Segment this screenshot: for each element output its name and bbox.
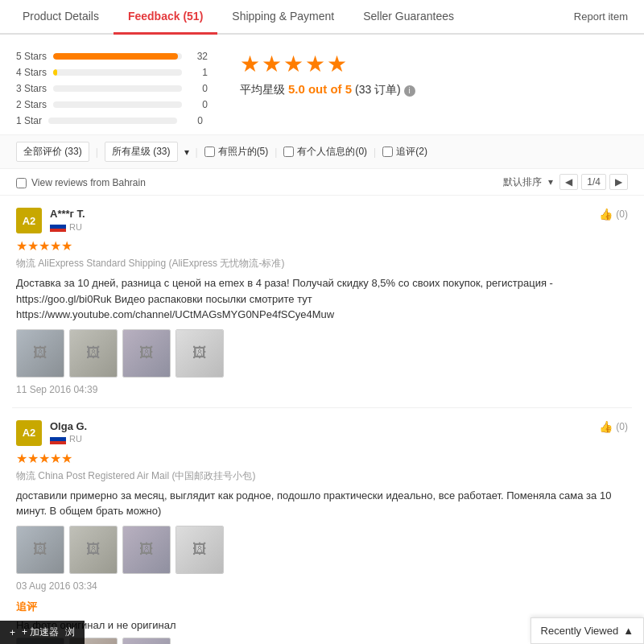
next-page-btn[interactable]: ▶ [609, 174, 628, 190]
filter-separator-3: | [275, 147, 277, 158]
review-2-info: Olga G. RU [50, 420, 591, 444]
flag-ru-1 [50, 221, 66, 232]
review-2-header: A2 Olga G. RU 👍 (0) [16, 420, 628, 446]
bottom-toolbar[interactable]: + + 加速器 浏 [0, 621, 85, 644]
review-2-shipping: 物流 China Post Registered Air Mail (中国邮政挂… [16, 469, 628, 483]
review-2-images: 🖼 🖼 🖼 🖼 [16, 526, 628, 574]
filter-bar: 全部评价 (33) | 所有星级 (33) ▾ | 有照片的(5) | 有个人信… [0, 134, 644, 169]
review-1-name: A***г Т. [50, 208, 591, 220]
browser-icon: 浏 [65, 625, 75, 639]
review-2-img-2[interactable]: 🖼 [69, 526, 118, 574]
rating-section: 5 Stars 32 4 Stars 1 3 Stars 0 2 Stars [0, 35, 644, 134]
four-star-bar-bg [53, 69, 182, 76]
chevron-up-icon: ▲ [623, 625, 634, 637]
review-2-img-4[interactable]: 🖼 [175, 526, 224, 574]
five-star-label: 5 Stars [16, 51, 47, 62]
review-2-avatar: A2 [16, 420, 42, 446]
four-star-row: 4 Stars 1 [16, 67, 208, 78]
review-1-images: 🖼 🖼 🖼 🖼 [16, 329, 628, 378]
tab-seller-guarantees[interactable]: Seller Guarantees [349, 0, 469, 35]
five-star-bar-fill [53, 53, 178, 60]
thumb-up-icon-2: 👍 [599, 420, 613, 433]
two-star-label: 2 Stars [16, 99, 47, 110]
prev-page-btn[interactable]: ◀ [559, 174, 578, 190]
with-personal-checkbox[interactable] [283, 147, 294, 157]
review-item-2: A2 Olga G. RU 👍 (0) ★★★★★ 物流 China Post … [12, 408, 632, 645]
with-photos-filter[interactable]: 有照片的(5) [204, 145, 269, 159]
with-personal-filter[interactable]: 有个人信息的(0) [283, 145, 367, 159]
review-1-like-btn[interactable]: 👍 (0) [599, 208, 628, 221]
rating-right: ★★★★★ 平均星级 5.0 out of 5 (33 订单) i [240, 51, 415, 97]
five-star-row: 5 Stars 32 [16, 51, 208, 62]
follow-up-label: 追评(2) [396, 145, 427, 159]
tab-feedback[interactable]: Feedback (51) [114, 0, 217, 35]
page-nav: ◀ 1/4 ▶ [559, 174, 628, 190]
review-2-img-1[interactable]: 🖼 [16, 526, 64, 574]
one-star-label: 1 Star [16, 115, 42, 126]
three-star-row: 3 Stars 0 [16, 83, 208, 94]
three-star-count: 0 [188, 83, 208, 94]
filter-separator-4: | [374, 147, 376, 158]
review-2-stars: ★★★★★ [16, 451, 628, 466]
filter-separator-2: | [196, 147, 198, 158]
dropdown-icon: ▾ [184, 147, 189, 158]
view-from-text: View reviews from Bahrain [31, 177, 146, 188]
tab-shipping-payment[interactable]: Shipping & Payment [217, 0, 349, 35]
avg-score: 5.0 out of 5 [288, 82, 352, 96]
review-2-name: Olga G. [50, 420, 591, 432]
tab-product-details[interactable]: Product Details [8, 0, 114, 35]
one-star-bar-bg [48, 118, 177, 124]
view-from-checkbox-label[interactable]: View reviews from Bahrain [16, 177, 146, 188]
two-star-row: 2 Stars 0 [16, 99, 208, 110]
recently-viewed-bar[interactable]: Recently Viewed ▲ [530, 617, 644, 644]
review-2-date: 03 Aug 2016 03:34 [16, 580, 628, 592]
big-stars: ★★★★★ [240, 51, 415, 77]
review-1-img-3[interactable]: 🖼 [122, 329, 171, 378]
review-2-country-code: RU [69, 434, 82, 444]
review-1-stars: ★★★★★ [16, 238, 628, 254]
review-1-shipping: 物流 AliExpress Standard Shipping (AliExpr… [16, 257, 628, 270]
three-star-label: 3 Stars [16, 83, 47, 94]
review-item-1: A2 A***г Т. RU 👍 (0) ★★★★★ 物流 AliExpress… [12, 196, 632, 408]
review-1-country: RU [50, 221, 591, 232]
two-star-bar-bg [53, 101, 182, 108]
review-1-likes: (0) [616, 208, 628, 220]
view-from-checkbox[interactable] [16, 178, 27, 188]
avg-label: 平均星级 [240, 83, 285, 96]
review-2-like-btn[interactable]: 👍 (0) [599, 420, 628, 433]
follow-up-label: 追评 [16, 600, 628, 614]
all-reviews-btn[interactable]: 全部评价 (33) [16, 142, 89, 162]
review-1-date: 11 Sep 2016 04:39 [16, 384, 628, 395]
sort-label: 默认排序 [503, 175, 542, 189]
review-1-img-1[interactable]: 🖼 [16, 329, 64, 378]
flag-ru-2 [50, 434, 66, 444]
info-icon[interactable]: i [404, 85, 415, 97]
sort-dropdown-icon: ▾ [548, 176, 553, 188]
review-2-img-3[interactable]: 🖼 [122, 526, 171, 574]
follow-up-filter[interactable]: 追评(2) [382, 145, 427, 159]
one-star-row: 1 Star 0 [16, 115, 208, 126]
follow-up-img-3[interactable]: 🖼 [122, 638, 171, 644]
review-1-img-2[interactable]: 🖼 [69, 329, 118, 378]
four-star-count: 1 [188, 67, 208, 78]
add-accelerator-label: + 加速器 [22, 625, 59, 639]
order-count: (33 订单) [355, 83, 401, 96]
review-1-header: A2 A***г Т. RU 👍 (0) [16, 208, 628, 233]
review-2-text: доставили примерно за месяц, выглядит ка… [16, 488, 628, 519]
four-star-bar-fill [53, 69, 57, 76]
follow-up-checkbox[interactable] [382, 147, 393, 157]
page-indicator: 1/4 [581, 174, 606, 190]
all-stars-btn[interactable]: 所有星级 (33) [105, 142, 178, 162]
with-photos-checkbox[interactable] [204, 147, 215, 157]
one-star-count: 0 [184, 115, 203, 126]
recently-viewed-label: Recently Viewed [541, 625, 619, 637]
star-bars: 5 Stars 32 4 Stars 1 3 Stars 0 2 Stars [16, 51, 208, 126]
filter-separator-1: | [96, 147, 98, 158]
two-star-count: 0 [188, 99, 208, 110]
five-star-bar-bg [53, 53, 182, 60]
view-from-bar: View reviews from Bahrain 默认排序 ▾ ◀ 1/4 ▶ [0, 169, 644, 196]
with-photos-label: 有照片的(5) [218, 145, 269, 159]
report-item-link[interactable]: Report item [566, 1, 636, 32]
with-personal-label: 有个人信息的(0) [297, 145, 367, 159]
review-1-img-4[interactable]: 🖼 [175, 329, 224, 378]
